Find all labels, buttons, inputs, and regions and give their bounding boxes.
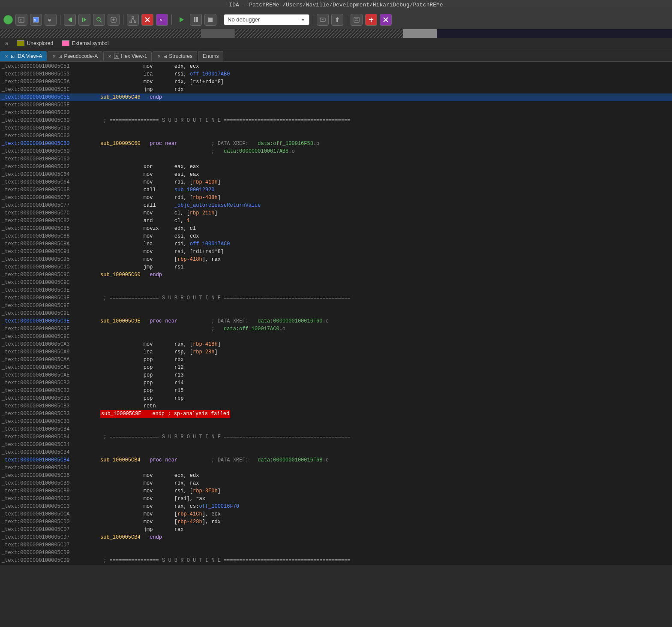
code-line[interactable]: _text:0000000100005C82 and cl, 1: [0, 217, 672, 225]
code-line[interactable]: _text:0000000100005C95 mov [rbp-418h], r…: [0, 256, 672, 263]
code-addr: _text:0000000100005C7C: [2, 209, 100, 217]
code-line[interactable]: _text:0000000100005C70 mov rdi, [rbp-408…: [0, 194, 672, 202]
code-line[interactable]: _text:0000000100005CC3 mov rax, cs:off_1…: [0, 503, 672, 510]
tab-close-ida[interactable]: ✕: [5, 54, 8, 59]
code-line[interactable]: _text:0000000100005CB9 mov rsi, [rbp-3F0…: [0, 487, 672, 495]
code-operands: edx, ecx: [153, 63, 199, 70]
code-line-sp-failed[interactable]: _text:0000000100005CB3 sub_100005C9E end…: [0, 410, 672, 418]
code-line[interactable]: _text:0000000100005CCA mov [rbp-41Ch], e…: [0, 510, 672, 518]
code-line: _text:0000000100005C9E: [0, 310, 672, 317]
code-line-endp[interactable]: _text:0000000100005C5E sub_100005C46 end…: [0, 93, 672, 101]
code-line: _text:0000000100005CB4: [0, 449, 672, 456]
pause-btn[interactable]: [190, 14, 202, 26]
code-line[interactable]: _text:0000000100005C5A mov rdx, [rsi+rdx…: [0, 78, 672, 86]
code-addr: _text:0000000100005C5E: [2, 86, 100, 93]
code-line[interactable]: _text:0000000100005CB9 mov rdx, rax: [0, 479, 672, 487]
code-line[interactable]: _text:0000000100005C64 mov rdi, [rbp-410…: [0, 178, 672, 186]
tab-close-hex[interactable]: ✕: [108, 54, 111, 59]
code-addr: _text:0000000100005CAE: [2, 371, 100, 379]
endp-sp-failed: endp ; sp-analysis failed: [142, 410, 231, 418]
comment: ↓o: [313, 140, 319, 148]
jump-btn[interactable]: ⊕: [45, 14, 57, 26]
nav-fwd-btn[interactable]: [78, 14, 90, 26]
code-line-proc3[interactable]: _text:0000000100005CB4 sub_100005CB4 pro…: [0, 456, 672, 464]
code-line-proc[interactable]: _text:0000000100005C60 sub_100005C60 pro…: [0, 140, 672, 148]
code-line[interactable]: _text:0000000100005C51 mov edx, ecx: [0, 63, 672, 70]
code-line[interactable]: _text:0000000100005C88 mov esi, edx: [0, 232, 672, 240]
tab-pseudocode[interactable]: ✕ ⊡ Pseudocode-A: [48, 51, 102, 61]
code-line-endp2[interactable]: _text:0000000100005C9C sub_100005C60 end…: [0, 271, 672, 279]
search-btn[interactable]: [93, 14, 105, 26]
comment: ;: [100, 148, 224, 155]
code-line[interactable]: _text:0000000100005CAC pop r12: [0, 364, 672, 371]
code-line[interactable]: _text:0000000100005CAA pop rbx: [0, 356, 672, 364]
graph-btn[interactable]: [127, 14, 139, 26]
debugger-select[interactable]: No debugger: [224, 14, 309, 25]
code-line[interactable]: _text:0000000100005C9C jmp rsi: [0, 263, 672, 271]
code-btn[interactable]: C: [15, 14, 27, 26]
tab-enums[interactable]: Enums: [198, 51, 223, 61]
code-line[interactable]: _text:0000000100005CB6 mov ecx, edx: [0, 472, 672, 479]
tab-label-pseudo: Pseudocode-A: [64, 53, 98, 59]
code-line-proc2[interactable]: _text:0000000100005C9E sub_100005C9E pro…: [0, 317, 672, 325]
run-btn[interactable]: [175, 14, 187, 26]
tab-hex-view[interactable]: ✕ A Hex View-1: [103, 51, 152, 61]
sep4: [220, 15, 220, 25]
code-line[interactable]: _text:0000000100005C64 mov esi, eax: [0, 171, 672, 178]
code-line[interactable]: _text:0000000100005CAE pop r13: [0, 371, 672, 379]
code-line[interactable]: _text:0000000100005CB3 pop rbp: [0, 395, 672, 402]
endp-keyword: endp: [141, 93, 162, 101]
code-line[interactable]: _text:0000000100005CA3 mov rax, [rbp-418…: [0, 341, 672, 348]
code-line[interactable]: _text:0000000100005C85 movzx edx, cl: [0, 225, 672, 232]
code-line[interactable]: _text:0000000100005C5E jmp rdx: [0, 86, 672, 93]
stop-btn[interactable]: [204, 14, 216, 26]
code-line[interactable]: _text:0000000100005CB2 pop r15: [0, 387, 672, 395]
unexplored-color: [17, 40, 24, 46]
tab-label-struct: Structures: [169, 53, 192, 59]
code-line[interactable]: _text:0000000100005CC0 mov [rsi], rax: [0, 495, 672, 503]
endp-keyword: endp: [141, 534, 162, 541]
code-line[interactable]: _text:0000000100005C6B call sub_10001292…: [0, 186, 672, 194]
code-line[interactable]: _text:0000000100005C8A lea rdi, off_1000…: [0, 240, 672, 248]
code-line[interactable]: _text:0000000100005CD7 jmp rax: [0, 526, 672, 534]
code-line[interactable]: _text:0000000100005C91 mov rsi, [rdi+rsi…: [0, 248, 672, 256]
patch-btn[interactable]: [108, 14, 120, 26]
code-line[interactable]: _text:0000000100005CB0 pop r14: [0, 379, 672, 387]
green-dot-btn[interactable]: [3, 15, 13, 24]
code-addr: _text:0000000100005CAC: [2, 364, 100, 371]
code-line[interactable]: _text:0000000100005CA9 lea rsp, [rbp-28h…: [0, 348, 672, 356]
code-mnemonic: mov: [100, 78, 153, 86]
close-script-btn[interactable]: [380, 14, 392, 26]
comment: ↓o: [323, 317, 329, 325]
tab-close-struct[interactable]: ✕: [157, 54, 161, 59]
title-bar: IDA - PatchREMe /Users/Naville/Developme…: [0, 0, 672, 10]
code-line-endp3[interactable]: _text:0000000100005CD7 sub_100005CB4 end…: [0, 534, 672, 541]
svg-rect-25: [208, 18, 213, 22]
data-btn[interactable]: D: [30, 14, 42, 26]
svg-rect-6: [71, 18, 72, 22]
add-script-btn[interactable]: [365, 14, 377, 26]
export-btn[interactable]: [331, 14, 343, 26]
xref-label: data:0000000100016F60: [258, 317, 322, 325]
code-line: _text:0000000100005C60: [0, 124, 672, 132]
code-line-separator2: _text:0000000100005C9E ; ===============…: [0, 294, 672, 302]
legend-external: External symbol: [62, 40, 108, 46]
svg-line-17: [131, 18, 133, 21]
code-line[interactable]: _text:0000000100005CD0 mov [rbp-428h], r…: [0, 518, 672, 526]
tab-close-pseudo[interactable]: ✕: [52, 54, 56, 59]
code-line[interactable]: _text:0000000100005C62 xor eax, eax: [0, 163, 672, 171]
xref-label: data:off_100016F58: [258, 140, 313, 148]
tab-ida-view[interactable]: ✕ ⊡ IDA View-A: [0, 51, 47, 61]
nav-back-btn[interactable]: [64, 14, 76, 26]
code-mnemonic: jmp: [100, 86, 153, 93]
code-line[interactable]: _text:0000000100005C77 call _objc_autore…: [0, 202, 672, 209]
scripts-btn[interactable]: [351, 14, 363, 26]
code-line[interactable]: _text:0000000100005C7C mov cl, [rbp-211h…: [0, 209, 672, 217]
code-line[interactable]: _text:0000000100005C53 lea rsi, off_1000…: [0, 70, 672, 78]
tab-structures[interactable]: ✕ ⊟ Structures: [153, 51, 197, 61]
extra-btn[interactable]: ✕: [156, 14, 168, 26]
cross-ref-btn[interactable]: [141, 14, 153, 26]
svg-marker-22: [180, 17, 184, 22]
remote-btn[interactable]: [317, 14, 329, 26]
code-line[interactable]: _text:0000000100005CB3 retn: [0, 402, 672, 410]
